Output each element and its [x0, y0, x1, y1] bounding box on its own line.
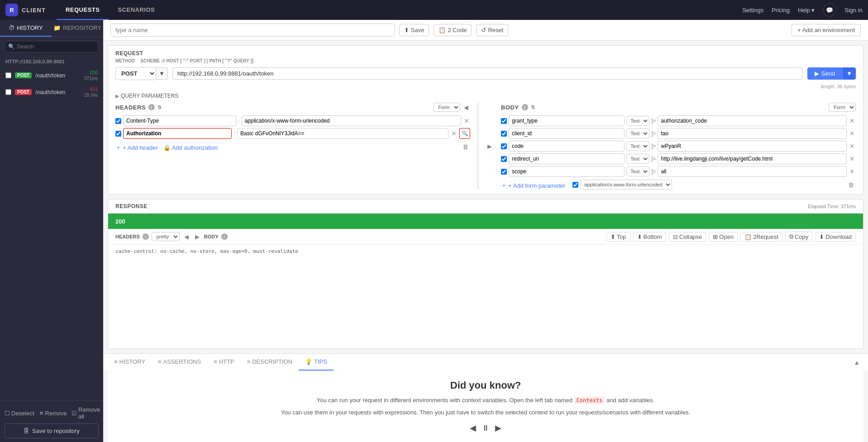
- history-item-1[interactable]: POST /oauth/token 401 28.34s: [0, 84, 103, 100]
- history-item-checkbox-1[interactable]: [5, 89, 11, 95]
- send-dropdown-button[interactable]: ▼: [842, 67, 856, 80]
- sidebar-tab-repository[interactable]: 📁 REPOSITORY: [52, 20, 103, 37]
- content-type-select[interactable]: application/x-www-form-urlencoded: [580, 180, 672, 190]
- url-input[interactable]: [172, 67, 803, 80]
- body-remove-1[interactable]: ✕: [849, 130, 856, 137]
- body-info-icon[interactable]: i: [522, 104, 528, 110]
- body-param-checkbox-0[interactable]: [501, 118, 507, 124]
- response-arrow-right[interactable]: ▶: [193, 233, 201, 241]
- send-button[interactable]: ▶ Send: [807, 67, 842, 80]
- headers-form-select[interactable]: Form: [433, 103, 460, 112]
- sign-in-button[interactable]: Sign in: [844, 7, 863, 14]
- tips-next-button[interactable]: ▶: [495, 423, 501, 433]
- body-sort-icon[interactable]: ⇅: [531, 105, 535, 110]
- header-value-0[interactable]: [241, 115, 461, 126]
- response-arrow-left[interactable]: ◀: [182, 233, 191, 241]
- method-select[interactable]: POST GET PUT DELETE: [115, 67, 156, 80]
- headers-info-icon[interactable]: i: [148, 104, 155, 110]
- body-remove-0[interactable]: ✕: [849, 117, 856, 124]
- body-form-select[interactable]: Form: [829, 103, 856, 112]
- body-value-3[interactable]: [658, 153, 847, 164]
- query-params-toggle[interactable]: ▶ QUERY PARAMETERS: [108, 91, 863, 103]
- bottom-tab-http[interactable]: ≡ HTTP: [207, 354, 241, 371]
- header-value-1[interactable]: [237, 128, 448, 139]
- body-key-2[interactable]: [509, 141, 625, 152]
- body-param-checkbox-1[interactable]: [501, 131, 507, 137]
- header-eye-button-1[interactable]: 🔍: [459, 128, 470, 139]
- header-key-1[interactable]: [123, 128, 232, 139]
- help-link[interactable]: Help ▾: [798, 7, 815, 14]
- body-value-1[interactable]: [658, 128, 847, 139]
- panel-toggle-btn[interactable]: ▶: [486, 103, 494, 190]
- body-remove-4[interactable]: ✕: [849, 168, 856, 175]
- tips-pause-button[interactable]: ⏸: [482, 423, 490, 433]
- body-type-select-1[interactable]: Text: [626, 128, 649, 138]
- body-value-4[interactable]: [658, 166, 847, 177]
- body-type-select-0[interactable]: Text: [626, 116, 649, 126]
- code-button[interactable]: 📋 2 Code: [434, 24, 472, 36]
- response-headers-info-icon[interactable]: i: [143, 233, 149, 240]
- add-auth-link[interactable]: 🔒 Add authorization: [163, 144, 218, 151]
- resp-2request-btn[interactable]: 📋 2Request: [740, 232, 782, 242]
- bottom-tab-description[interactable]: ≡ DESCRIPTION: [241, 354, 299, 371]
- body-key-4[interactable]: [509, 166, 625, 177]
- pricing-link[interactable]: Pricing: [772, 7, 790, 14]
- body-value-0[interactable]: [658, 115, 847, 126]
- header-checkbox-1[interactable]: [115, 131, 121, 137]
- history-item-0[interactable]: POST /oauth/token 200 371ms: [0, 67, 103, 84]
- method-select-arrow[interactable]: ▼: [156, 67, 168, 80]
- body-remove-2[interactable]: ✕: [849, 143, 856, 150]
- remove-all-button[interactable]: ☑ Remove all: [72, 406, 100, 420]
- response-body-info-icon[interactable]: i: [221, 233, 228, 240]
- body-delete-btn[interactable]: 🗑: [846, 181, 856, 189]
- bottom-tab-history[interactable]: ≡ HISTORY: [108, 354, 152, 371]
- body-param-checkbox-2[interactable]: [501, 143, 507, 149]
- body-type-select-4[interactable]: Text: [626, 166, 649, 176]
- elapsed-1: 28.34s: [84, 93, 98, 98]
- headers-sort-icon[interactable]: ⇅: [157, 105, 162, 110]
- body-type-select-2[interactable]: Text: [626, 141, 649, 151]
- header-remove-0[interactable]: ✕: [463, 117, 470, 124]
- nav-tab-scenarios[interactable]: SCENARIOS: [109, 0, 164, 20]
- resp-open-btn[interactable]: ⊞ Open: [709, 232, 738, 242]
- remove-button[interactable]: ✕ Remove: [39, 406, 67, 420]
- header-key-0[interactable]: [123, 115, 236, 126]
- response-pretty-select[interactable]: pretty: [152, 232, 180, 241]
- resp-collapse-btn[interactable]: ⊟ Collapse: [669, 232, 706, 242]
- resp-top-btn[interactable]: ⬆ Top: [606, 232, 630, 242]
- add-environment-button[interactable]: + Add an environment: [792, 24, 861, 36]
- body-remove-3[interactable]: ✕: [849, 155, 856, 162]
- header-checkbox-0[interactable]: [115, 118, 121, 124]
- headers-toggle-left[interactable]: ◀: [462, 103, 470, 112]
- body-type-select-3[interactable]: Text: [626, 154, 649, 164]
- headers-delete-btn[interactable]: 🗑: [461, 143, 470, 151]
- body-param-checkbox-4[interactable]: [501, 169, 507, 175]
- body-key-0[interactable]: [509, 115, 625, 126]
- body-value-2[interactable]: [658, 141, 847, 152]
- bottom-tab-assertions[interactable]: ≡ ASSERTIONS: [152, 354, 207, 371]
- settings-link[interactable]: Settings: [742, 7, 763, 14]
- bottom-panel-toggle[interactable]: ▲: [850, 355, 863, 370]
- add-header-link[interactable]: ＋ + Add header: [115, 143, 158, 152]
- deselect-button[interactable]: ☐ Deselect: [5, 406, 34, 420]
- nav-tab-requests[interactable]: REQUESTS: [57, 0, 109, 20]
- search-input[interactable]: [5, 41, 99, 52]
- save-to-repository-button[interactable]: 🗄 Save to repository: [5, 423, 99, 438]
- add-form-param-link[interactable]: ＋ + Add form parameter: [501, 181, 565, 190]
- resp-download-btn[interactable]: ⬇ Download: [815, 232, 856, 242]
- resp-copy-btn[interactable]: ⧉ Copy: [785, 232, 812, 242]
- body-param-checkbox-3[interactable]: [501, 156, 507, 162]
- body-key-1[interactable]: [509, 128, 625, 139]
- resp-bottom-btn[interactable]: ⬇ Bottom: [633, 232, 666, 242]
- sidebar-tab-history[interactable]: ⏱ HISTORY: [0, 20, 52, 37]
- chat-icon-btn[interactable]: 💬: [823, 3, 836, 17]
- reset-button[interactable]: ↺ Reset: [476, 24, 508, 36]
- save-button[interactable]: ⬆ Save: [399, 24, 429, 36]
- history-item-checkbox-0[interactable]: [5, 72, 11, 78]
- request-name-input[interactable]: [110, 24, 395, 37]
- header-clear-1[interactable]: ✕: [450, 130, 458, 137]
- tips-prev-button[interactable]: ◀: [470, 423, 476, 433]
- body-key-3[interactable]: [509, 153, 625, 164]
- content-type-checkbox[interactable]: [572, 182, 578, 188]
- bottom-tab-tips[interactable]: 💡 TIPS: [299, 354, 334, 371]
